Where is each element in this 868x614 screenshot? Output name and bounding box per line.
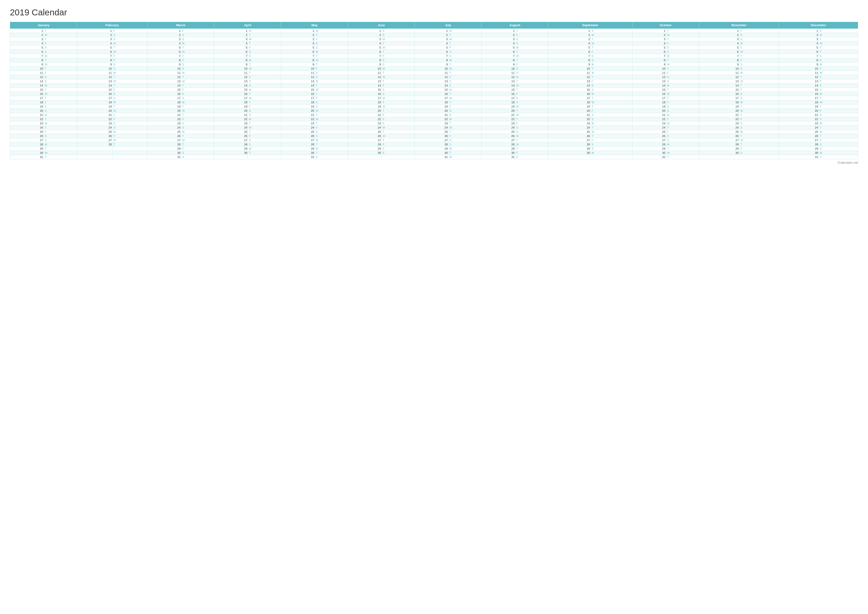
day-number: 30 bbox=[735, 151, 739, 154]
day-code-cell: F bbox=[181, 58, 214, 62]
day-num-cell: 3 bbox=[632, 37, 666, 41]
day-code: F bbox=[182, 29, 184, 32]
day-num-cell: 4 bbox=[77, 41, 112, 45]
day-number: 25 bbox=[662, 130, 665, 133]
day-num-cell: 21 bbox=[415, 113, 448, 117]
day-num-cell: 30 bbox=[632, 151, 666, 155]
day-num-cell: 9 bbox=[348, 62, 381, 67]
day-number: 28 bbox=[444, 143, 448, 146]
day-code: W bbox=[45, 92, 47, 95]
day-number: 22 bbox=[586, 118, 590, 121]
month-header-september: September bbox=[548, 22, 632, 29]
empty-cell bbox=[739, 155, 779, 159]
day-number: 11 bbox=[735, 72, 739, 74]
day-code: T bbox=[383, 80, 384, 83]
day-number: 11 bbox=[310, 72, 314, 74]
day-num-cell: 18 bbox=[548, 100, 591, 104]
day-number: 29 bbox=[815, 147, 818, 150]
day-code: T bbox=[516, 29, 518, 32]
day-code-cell: S bbox=[181, 126, 214, 130]
day-code-cell: S bbox=[43, 134, 77, 138]
month-header-november: November bbox=[699, 22, 779, 29]
day-num-cell: 22 bbox=[548, 117, 591, 121]
day-number: 26 bbox=[444, 135, 448, 137]
day-num-cell: 23 bbox=[147, 121, 181, 126]
day-code: F bbox=[450, 105, 451, 108]
day-code-cell: T bbox=[515, 29, 548, 33]
day-code: T bbox=[249, 122, 251, 125]
day-code-cell: S bbox=[181, 155, 214, 159]
day-num-cell: 28 bbox=[482, 142, 515, 147]
day-num-cell: 6 bbox=[281, 50, 315, 54]
day-code: T bbox=[45, 126, 46, 129]
day-num-cell: 16 bbox=[699, 92, 739, 96]
day-num-cell: 29 bbox=[281, 147, 315, 151]
day-number: 25 bbox=[735, 130, 739, 133]
day-number: 9 bbox=[815, 63, 818, 66]
day-code-cell: S bbox=[739, 67, 779, 71]
day-num-cell: 23 bbox=[281, 121, 315, 126]
day-code: S bbox=[249, 109, 251, 112]
day-code-cell: S bbox=[666, 109, 699, 113]
calendar-row: 27S27W27W27S27M27T27S27T27F27S27W27F bbox=[10, 138, 858, 142]
day-code-cell: F bbox=[448, 134, 482, 138]
day-num-cell: 13 bbox=[147, 79, 181, 84]
day-code-cell: T bbox=[666, 126, 699, 130]
day-number: 19 bbox=[177, 105, 180, 108]
day-code: M bbox=[383, 67, 385, 70]
day-code: F bbox=[316, 38, 318, 40]
day-code: M bbox=[316, 50, 318, 53]
day-code: W bbox=[740, 109, 743, 112]
day-number: 20 bbox=[444, 109, 448, 112]
day-num-cell: 2 bbox=[415, 33, 448, 37]
day-code: S bbox=[316, 105, 318, 108]
day-num-cell: 13 bbox=[348, 79, 381, 84]
day-num-cell: 21 bbox=[10, 113, 43, 117]
day-code: M bbox=[45, 54, 47, 58]
day-number: 15 bbox=[108, 88, 112, 91]
empty-cell bbox=[77, 147, 112, 151]
day-code: S bbox=[182, 96, 184, 99]
day-code-cell: T bbox=[739, 134, 779, 138]
calendar-row: 31T31S31F31W31S31T31T bbox=[10, 155, 858, 159]
day-code: T bbox=[450, 33, 451, 36]
day-number: 19 bbox=[108, 105, 112, 108]
day-num-cell: 19 bbox=[281, 104, 315, 109]
day-number: 4 bbox=[586, 42, 590, 45]
day-number: 6 bbox=[244, 50, 247, 53]
day-num-cell: 16 bbox=[548, 92, 591, 96]
day-code-cell: M bbox=[818, 151, 858, 155]
day-code-cell: M bbox=[112, 100, 147, 104]
day-code: W bbox=[45, 151, 47, 154]
day-code: W bbox=[113, 80, 116, 83]
day-num-cell: 17 bbox=[214, 96, 248, 100]
day-num-cell: 19 bbox=[632, 104, 666, 109]
day-number: 31 bbox=[815, 155, 818, 159]
day-number: 30 bbox=[815, 151, 818, 154]
day-num-cell: 2 bbox=[147, 33, 181, 37]
day-code: S bbox=[740, 67, 742, 70]
day-number: 1 bbox=[310, 29, 314, 32]
day-number: 29 bbox=[511, 147, 515, 150]
day-code-cell: T bbox=[381, 109, 415, 113]
empty-cell bbox=[112, 147, 147, 151]
day-code: S bbox=[592, 88, 594, 91]
day-code-cell: T bbox=[666, 155, 699, 159]
day-num-cell: 19 bbox=[699, 104, 739, 109]
day-code-cell: W bbox=[515, 142, 548, 147]
day-number: 27 bbox=[815, 139, 818, 141]
day-code: M bbox=[249, 118, 251, 121]
day-number: 11 bbox=[244, 72, 247, 74]
day-code: T bbox=[516, 80, 518, 83]
day-code: W bbox=[450, 126, 452, 129]
day-code: S bbox=[182, 151, 184, 154]
day-num-cell: 21 bbox=[77, 113, 112, 117]
day-code: W bbox=[667, 92, 670, 95]
day-num-cell: 15 bbox=[548, 88, 591, 92]
day-num-cell: 30 bbox=[348, 151, 381, 155]
day-code: T bbox=[45, 147, 46, 150]
day-num-cell: 29 bbox=[214, 147, 248, 151]
day-number: 21 bbox=[377, 113, 381, 117]
day-code: W bbox=[383, 76, 385, 79]
day-num-cell: 2 bbox=[10, 33, 43, 37]
